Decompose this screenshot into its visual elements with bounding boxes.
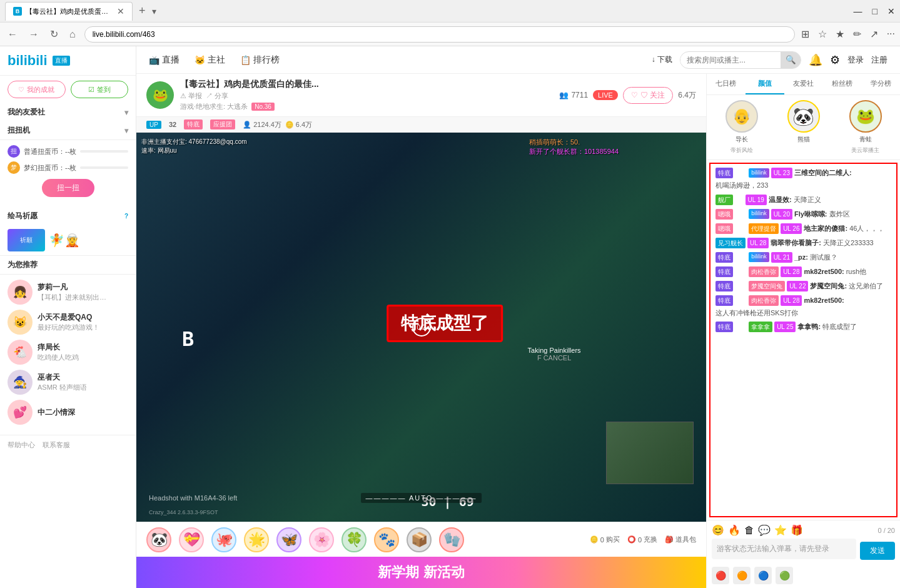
quick-btn-1[interactable]: 🟠 [733, 567, 751, 584]
star-icon[interactable]: ⭐ [774, 524, 787, 536]
crosshair-number: 0.2 [417, 324, 426, 331]
bag-action[interactable]: 🎒 道具包 [665, 535, 696, 544]
gift-item-0[interactable]: 🐼 [146, 527, 171, 552]
recommend-label: 为您推荐 [8, 260, 38, 270]
server-text: Crazy_344 2.6.33.3-9FSOT [149, 509, 218, 515]
chat-badge: 13 [735, 266, 747, 277]
home-button[interactable]: ⌂ [67, 29, 78, 40]
chat-badge: 特底 [715, 252, 733, 263]
tab-score[interactable]: 学分榜 [861, 74, 900, 94]
quick-btn-3[interactable]: 🟢 [776, 567, 793, 584]
list-item[interactable]: 💕 中二小情深 [8, 400, 128, 425]
nav-live-label: 直播 [162, 54, 179, 66]
chat-badge: 11 [735, 281, 747, 291]
chat-input-placeholder[interactable]: 游客状态无法输入弹幕，请先登录 [712, 539, 856, 559]
list-item[interactable]: 🧙 巫者天 ASMR 轻声细语 [8, 370, 128, 395]
top-streamer-1[interactable]: 👴 导长 帝折风绘 [712, 100, 771, 155]
gift-item-7[interactable]: 🐾 [374, 527, 399, 552]
tab-7day[interactable]: 七日榜 [707, 74, 746, 94]
gift-item-5[interactable]: 🌸 [309, 527, 334, 552]
help-center-link[interactable]: 帮助中心 [8, 440, 35, 450]
streamer-avatar-0: 🐼 [787, 100, 820, 133]
share-icon[interactable]: ↗ [870, 28, 878, 40]
achievement-button[interactable]: ♡ 我的成就 [8, 81, 66, 98]
dream-coin-icon: 梦 [8, 161, 20, 174]
search-button[interactable]: 🔍 [781, 51, 801, 69]
exchange-action[interactable]: ⭕ 0 充换 [627, 535, 657, 544]
chat-badge: 嗯哦 [715, 223, 733, 234]
stream-secondary-bar: UP 32 特底 应援团 👤 2124.4万 🪙 6.4万 [136, 117, 706, 133]
notification-icon[interactable]: 🔔 [809, 53, 822, 67]
maximize-button[interactable]: □ [872, 6, 877, 16]
follow-button[interactable]: ♡ ♡ 关注 [623, 87, 673, 104]
reload-button[interactable]: ↻ [48, 28, 61, 40]
gift-item-1[interactable]: 💝 [179, 527, 204, 552]
minimize-button[interactable]: — [854, 6, 862, 16]
address-bar[interactable]: live.bilibili.com/463 [84, 26, 795, 43]
video-player[interactable]: 非洲主播支付宝: 476677238@qq.com 速率: 网易uu 稍插萌萌长… [136, 133, 706, 522]
chat-username: 地主家的傻猫: [804, 223, 847, 234]
search-input[interactable] [680, 56, 781, 64]
back-button[interactable]: ← [5, 29, 20, 40]
close-window-button[interactable]: ✕ [887, 6, 895, 16]
quick-btn-2[interactable]: 🔵 [754, 567, 772, 584]
report-link[interactable]: ⚠ 举报 [180, 91, 202, 101]
gift-item-3[interactable]: 🌟 [244, 527, 269, 552]
emoji-fire-icon[interactable]: 🔥 [728, 524, 741, 536]
nav-main[interactable]: 🐱 主社 [195, 54, 225, 66]
chat-badge: 特底 [715, 266, 733, 277]
pen-icon[interactable]: ✏ [853, 28, 861, 40]
gift-item-2[interactable]: 🐙 [211, 527, 236, 552]
twist-button[interactable]: 扭一扭 [42, 179, 94, 197]
list-item[interactable]: 😺 小天不是爱QAQ 最好玩的吃鸡游戏！ [8, 310, 128, 335]
tab-community[interactable]: 友爱社 [784, 74, 823, 94]
chat-badge: 拿拿拿 [749, 322, 772, 332]
reader-mode-icon[interactable]: ⊞ [801, 28, 809, 40]
tab-appearance[interactable]: 颜值 [746, 74, 784, 94]
gift-icon[interactable]: 🎁 [791, 524, 803, 536]
tab-fans[interactable]: 粉丝榜 [822, 74, 861, 94]
contact-service-link[interactable]: 联系客服 [43, 440, 70, 450]
nav-live[interactable]: 📺 直播 [149, 54, 179, 66]
quick-btn-0[interactable]: 🔴 [712, 567, 729, 584]
chat-bubble-icon[interactable]: 💬 [758, 524, 771, 536]
forward-button[interactable]: → [26, 29, 41, 40]
delete-icon[interactable]: 🗑 [744, 525, 754, 536]
tab-title: 【毒云社】鸡肉是优质蛋白的最佳... [26, 7, 113, 16]
bookmark-icon[interactable]: ☆ [818, 28, 827, 40]
new-tab-button[interactable]: + [135, 4, 149, 18]
more-icon[interactable]: ··· [887, 28, 895, 40]
banner-text: 新学期 新活动 [378, 563, 464, 582]
gift-item-4[interactable]: 🦋 [276, 527, 301, 552]
checkin-button[interactable]: ☑ 签到 [71, 81, 129, 98]
send-button[interactable]: 发送 [860, 542, 895, 560]
streamer-name-2: 青蛙 [859, 135, 872, 144]
chat-badge: UL 25 [774, 322, 796, 332]
gift-item-9[interactable]: 🧤 [439, 527, 464, 552]
top-streamer-0[interactable]: 🐼 熊猫 [774, 100, 833, 155]
collections-icon[interactable]: ★ [836, 28, 844, 40]
list-item[interactable]: 👧 萝莉一凡 【耳机】进来就别出… [8, 280, 128, 305]
register-link[interactable]: 注册 [871, 54, 887, 66]
chat-username: 翡翠带你看脑子: [771, 238, 821, 248]
nav-rank-label: 排行榜 [253, 54, 280, 66]
wish-help-icon[interactable]: ? [124, 213, 128, 220]
settings-icon[interactable]: ⚙ [830, 53, 840, 67]
gift-item-6[interactable]: 🍀 [341, 527, 367, 552]
active-tab[interactable]: B 【毒云社】鸡肉是优质蛋白的最佳... ✕ [5, 2, 133, 21]
list-item[interactable]: 🐔 痒局长 吃鸡使人吃鸡 [8, 340, 128, 365]
tab-dropdown-button[interactable]: ▾ [152, 6, 156, 16]
gift-item-8[interactable]: 📦 [407, 527, 432, 552]
top-streamer-2[interactable]: 🐸 青蛙 美云翠播主 [836, 100, 895, 155]
nav-rank[interactable]: 📋 排行榜 [240, 54, 280, 66]
emoji-smile-icon[interactable]: 😊 [712, 524, 724, 536]
buy-coin-action[interactable]: 🪙 0 购买 [590, 535, 620, 544]
login-link[interactable]: 登录 [847, 54, 864, 66]
streamer-desc-1: 帝折风绘 [731, 146, 753, 155]
close-tab-button[interactable]: ✕ [117, 6, 124, 16]
share-link[interactable]: ↗ 分享 [206, 91, 228, 101]
rec-desc: 最好玩的吃鸡游戏！ [38, 323, 128, 332]
normal-coin-icon: 扭 [8, 145, 20, 158]
content-area: 📺 直播 🐱 主社 📋 排行榜 ↓ 下载 🔍 🔔 ⚙ 登录 注册 [136, 46, 900, 588]
download-link[interactable]: ↓ 下载 [652, 54, 672, 65]
